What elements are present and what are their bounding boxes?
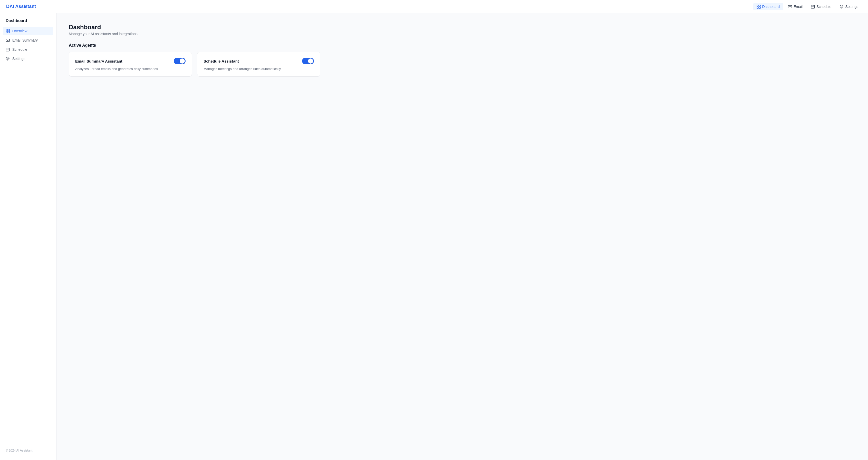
svg-rect-3 <box>759 7 761 8</box>
agent-card-schedule: Schedule Assistant Manages meetings and … <box>197 52 320 77</box>
toggle-thumb <box>308 59 313 64</box>
schedule-icon <box>6 47 10 52</box>
svg-rect-12 <box>6 48 9 51</box>
topnav-links: Dashboard Email Schedule Settings <box>753 3 862 10</box>
page-subtitle: Manage your AI assistants and integratio… <box>69 32 856 36</box>
agent-card-header: Email Summary Assistant <box>75 58 186 64</box>
sidebar-item-email-summary[interactable]: Email Summary <box>3 36 53 44</box>
topnav-link-settings[interactable]: Settings <box>836 3 862 10</box>
agent-card-email-summary: Email Summary Assistant Analyzes unread … <box>69 52 192 77</box>
overview-icon <box>6 29 10 33</box>
topnav: DAI Assistant Dashboard Email Schedul <box>0 0 868 13</box>
dashboard-icon <box>756 5 761 9</box>
svg-rect-5 <box>811 5 815 8</box>
svg-rect-8 <box>8 29 9 31</box>
agents-grid: Email Summary Assistant Analyzes unread … <box>69 52 320 77</box>
sidebar-item-schedule[interactable]: Schedule <box>3 45 53 54</box>
page-title: Dashboard <box>69 24 856 31</box>
email-icon <box>6 38 10 42</box>
agent-card-title: Email Summary Assistant <box>75 59 122 63</box>
agent-card-desc: Manages meetings and arranges rides auto… <box>204 67 314 71</box>
settings-icon <box>6 57 10 61</box>
svg-rect-9 <box>6 31 7 33</box>
topnav-link-dashboard[interactable]: Dashboard <box>753 3 783 10</box>
brand-logo[interactable]: DAI Assistant <box>6 4 36 9</box>
layout: Dashboard Overview Email Summary Schedul <box>0 13 868 460</box>
svg-rect-10 <box>8 31 9 33</box>
sidebar-footer: © 2024 AI Assistant <box>3 446 53 455</box>
schedule-icon <box>811 5 815 9</box>
svg-rect-1 <box>759 5 761 6</box>
svg-rect-11 <box>6 39 9 41</box>
agent-card-title: Schedule Assistant <box>204 59 239 63</box>
agent-card-header: Schedule Assistant <box>204 58 314 64</box>
toggle-thumb <box>180 59 185 64</box>
main-content: Dashboard Manage your AI assistants and … <box>57 13 868 460</box>
email-summary-toggle[interactable] <box>174 58 186 64</box>
topnav-link-schedule[interactable]: Schedule <box>807 3 835 10</box>
sidebar: Dashboard Overview Email Summary Schedul <box>0 13 57 460</box>
schedule-toggle[interactable] <box>302 58 314 64</box>
email-icon <box>788 5 792 9</box>
svg-rect-2 <box>757 7 758 8</box>
topnav-link-email[interactable]: Email <box>784 3 806 10</box>
sidebar-item-overview[interactable]: Overview <box>3 27 53 35</box>
svg-rect-0 <box>757 5 758 6</box>
settings-icon <box>839 5 844 9</box>
svg-point-6 <box>841 6 842 7</box>
svg-rect-4 <box>788 5 792 8</box>
svg-point-13 <box>7 58 8 60</box>
section-title-agents: Active Agents <box>69 43 856 48</box>
agent-card-desc: Analyzes unread emails and generates dai… <box>75 67 186 71</box>
sidebar-title: Dashboard <box>3 19 53 23</box>
svg-rect-7 <box>6 29 7 31</box>
sidebar-item-settings[interactable]: Settings <box>3 54 53 63</box>
